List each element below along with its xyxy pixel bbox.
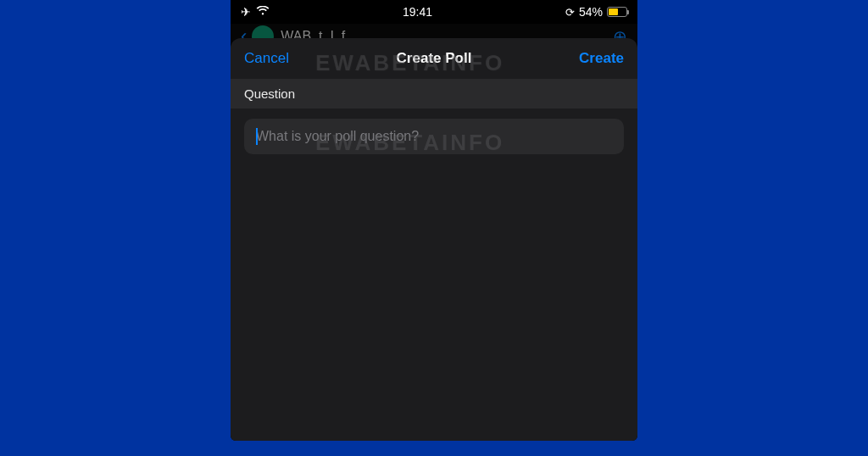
question-section-header: Question bbox=[231, 79, 637, 108]
modal-title: Create Poll bbox=[397, 50, 472, 67]
create-poll-modal: Cancel Create Poll Create EWABETAINFO Qu… bbox=[231, 38, 637, 441]
status-bar: ✈ 19:41 ⟳ 54% bbox=[231, 0, 637, 24]
text-cursor bbox=[256, 128, 258, 145]
create-button[interactable]: Create bbox=[579, 50, 624, 67]
phone-frame: ✈ 19:41 ⟳ 54% ‹ WAB..t..I..f.. ⊕ Cancel … bbox=[231, 0, 637, 441]
orientation-lock-icon: ⟳ bbox=[565, 6, 575, 19]
poll-question-input[interactable] bbox=[244, 119, 624, 154]
airplane-mode-icon: ✈ bbox=[241, 5, 251, 19]
battery-icon bbox=[607, 7, 627, 17]
modal-header: Cancel Create Poll Create bbox=[231, 38, 637, 79]
battery-percent: 54% bbox=[579, 5, 603, 19]
battery-fill bbox=[609, 8, 618, 15]
cancel-button[interactable]: Cancel bbox=[244, 50, 289, 67]
status-time: 19:41 bbox=[403, 5, 432, 19]
wifi-icon bbox=[256, 5, 270, 19]
